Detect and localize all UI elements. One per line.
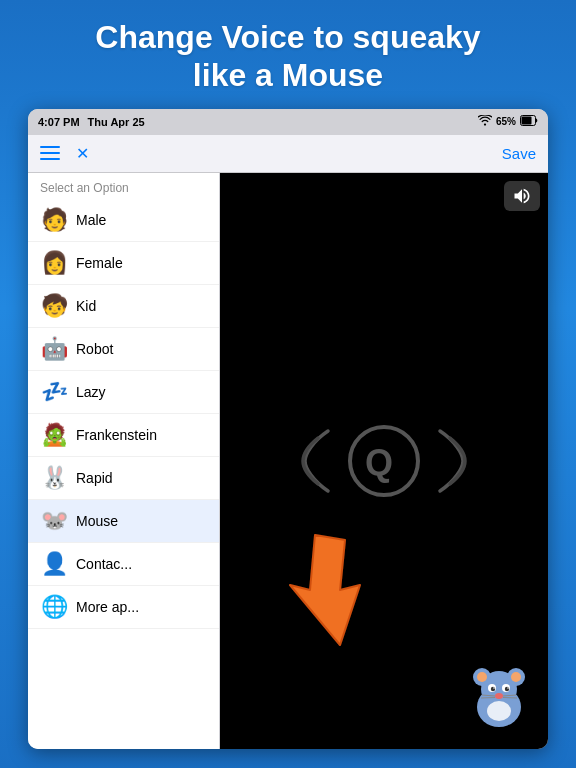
sound-icon [512, 186, 532, 206]
female-icon: 👩 [40, 249, 68, 277]
title-area: Change Voice to squeaky like a Mouse [0, 0, 576, 109]
lazy-label: Lazy [76, 384, 106, 400]
menu-icon[interactable] [40, 146, 60, 160]
svg-point-13 [493, 687, 495, 689]
mouse-icon: 🐭 [40, 507, 68, 535]
nav-bar: ✕ Save [28, 135, 548, 173]
mouse-character [460, 655, 538, 737]
left-waves [293, 426, 338, 496]
svg-text:Q: Q [365, 442, 393, 483]
sidebar-item-lazy[interactable]: 💤Lazy [28, 371, 219, 414]
sidebar-item-mouse[interactable]: 🐭Mouse [28, 500, 219, 543]
battery-icon [520, 115, 538, 128]
status-left: 4:07 PM Thu Apr 25 [38, 116, 145, 128]
svg-line-19 [503, 697, 517, 698]
robot-icon: 🤖 [40, 335, 68, 363]
orange-arrow-overlay [260, 515, 400, 669]
sidebar-item-more[interactable]: 🌐More ap... [28, 586, 219, 629]
mouse-label: Mouse [76, 513, 118, 529]
status-bar: 4:07 PM Thu Apr 25 65% [28, 109, 548, 135]
hamburger-lines [40, 146, 60, 160]
save-button[interactable]: Save [502, 145, 536, 162]
phone-frame: 4:07 PM Thu Apr 25 65% [28, 109, 548, 749]
title-line2: like a Mouse [24, 56, 552, 94]
line1 [40, 146, 60, 148]
sidebar: Select an Option 🧑Male👩Female🧒Kid🤖Robot💤… [28, 173, 220, 749]
rapid-label: Rapid [76, 470, 113, 486]
sidebar-item-rapid[interactable]: 🐰Rapid [28, 457, 219, 500]
svg-line-17 [481, 697, 495, 698]
kid-label: Kid [76, 298, 96, 314]
more-icon: 🌐 [40, 593, 68, 621]
sidebar-item-robot[interactable]: 🤖Robot [28, 328, 219, 371]
svg-point-7 [477, 672, 487, 682]
sidebar-header: Select an Option [28, 173, 219, 199]
sound-button[interactable] [504, 181, 540, 211]
more-label: More ap... [76, 599, 139, 615]
status-date: Thu Apr 25 [88, 116, 145, 128]
sidebar-item-kid[interactable]: 🧒Kid [28, 285, 219, 328]
right-panel: Q [220, 173, 548, 749]
robot-label: Robot [76, 341, 113, 357]
frankenstein-label: Frankenstein [76, 427, 157, 443]
nav-left: ✕ [40, 144, 89, 163]
center-media-icon: Q [293, 425, 475, 497]
right-waves [430, 426, 475, 496]
lazy-icon: 💤 [40, 378, 68, 406]
svg-point-8 [511, 672, 521, 682]
status-time: 4:07 PM [38, 116, 80, 128]
svg-point-14 [507, 687, 509, 689]
line2 [40, 152, 60, 154]
frankenstein-icon: 🧟 [40, 421, 68, 449]
svg-point-15 [495, 693, 503, 699]
status-right: 65% [478, 115, 538, 128]
svg-rect-1 [522, 117, 532, 125]
svg-point-20 [487, 701, 511, 721]
qt-icon-group: Q [293, 425, 475, 497]
title-line1: Change Voice to squeaky [24, 18, 552, 56]
arrow-svg [260, 515, 400, 665]
sidebar-items-container: 🧑Male👩Female🧒Kid🤖Robot💤Lazy🧟Frankenstein… [28, 199, 219, 629]
male-icon: 🧑 [40, 206, 68, 234]
main-content: Select an Option 🧑Male👩Female🧒Kid🤖Robot💤… [28, 173, 548, 749]
rapid-icon: 🐰 [40, 464, 68, 492]
battery-percent: 65% [496, 116, 516, 127]
mouse-svg [460, 655, 538, 733]
contacts-label: Contac... [76, 556, 132, 572]
sidebar-item-female[interactable]: 👩Female [28, 242, 219, 285]
line3 [40, 158, 60, 160]
sidebar-item-frankenstein[interactable]: 🧟Frankenstein [28, 414, 219, 457]
sidebar-item-contacts[interactable]: 👤Contac... [28, 543, 219, 586]
wifi-icon [478, 115, 492, 128]
kid-icon: 🧒 [40, 292, 68, 320]
contacts-icon: 👤 [40, 550, 68, 578]
close-button[interactable]: ✕ [76, 144, 89, 163]
qt-q-icon: Q [360, 437, 408, 485]
female-label: Female [76, 255, 123, 271]
male-label: Male [76, 212, 106, 228]
sidebar-item-male[interactable]: 🧑Male [28, 199, 219, 242]
qt-circle: Q [348, 425, 420, 497]
